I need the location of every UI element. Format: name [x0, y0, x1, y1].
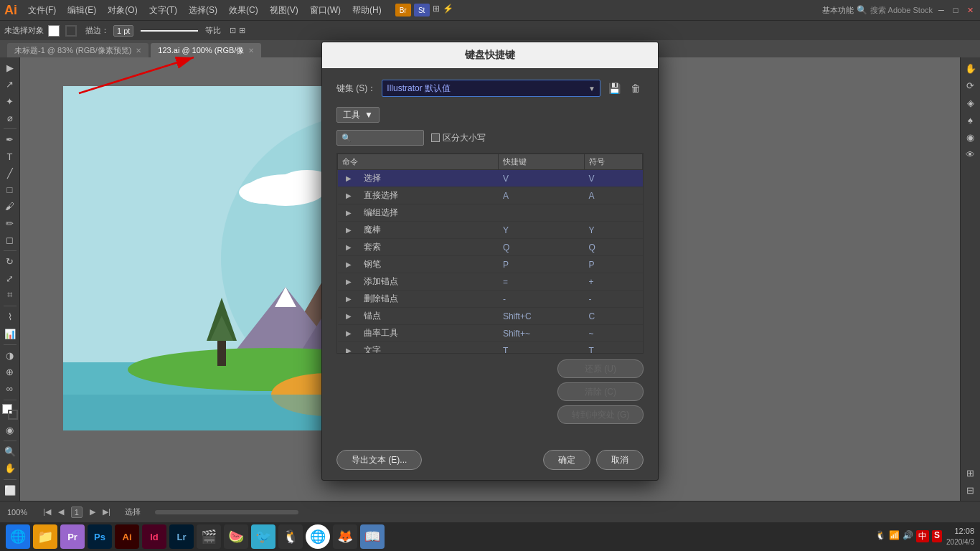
- distribute-icon[interactable]: ⊞: [239, 26, 245, 35]
- page-number[interactable]: 1: [71, 507, 83, 518]
- taskbar-premiere[interactable]: Pr: [60, 524, 85, 549]
- nav-prev-prev[interactable]: |◀: [43, 507, 51, 517]
- row-shortcut[interactable]: =: [499, 273, 585, 291]
- keyset-save-btn[interactable]: 💾: [606, 80, 622, 96]
- nav-next[interactable]: ▶: [90, 507, 95, 517]
- tray-volume[interactable]: 🔊: [903, 530, 913, 542]
- lightning-icon[interactable]: ⚡: [443, 4, 453, 17]
- shear-tool[interactable]: ⌗: [2, 288, 18, 303]
- cancel-btn[interactable]: 取消: [596, 450, 644, 470]
- table-row[interactable]: ▶ 套索 Q Q: [338, 239, 643, 256]
- hand-tool[interactable]: ✋: [2, 461, 18, 476]
- selection-tool[interactable]: ▶: [2, 60, 18, 75]
- menu-file[interactable]: 文件(F): [23, 3, 61, 18]
- taskbar-indesign[interactable]: Id: [142, 524, 166, 549]
- menu-help[interactable]: 帮助(H): [347, 3, 387, 18]
- menu-edit[interactable]: 编辑(E): [62, 3, 101, 18]
- row-shortcut[interactable]: Shift+C: [499, 308, 585, 325]
- mesh-tool[interactable]: ⊕: [2, 364, 18, 380]
- fill-swatch[interactable]: [48, 25, 60, 37]
- zoom-level[interactable]: 100%: [7, 508, 36, 517]
- right-panel-collapse[interactable]: ⊟: [963, 482, 979, 498]
- right-panel-expand[interactable]: ⊞: [963, 465, 979, 481]
- fill-stroke-swatch[interactable]: [2, 404, 18, 419]
- ok-btn[interactable]: 确定: [543, 450, 590, 470]
- gradient-tool[interactable]: ◑: [2, 348, 18, 363]
- direct-select-tool[interactable]: ↗: [2, 77, 18, 92]
- table-row[interactable]: ▶ 文字 T T: [338, 342, 643, 354]
- bridge-icon[interactable]: Br: [395, 4, 411, 17]
- color-mode-btn[interactable]: ◉: [2, 423, 18, 438]
- eraser-tool[interactable]: ◻: [2, 232, 18, 248]
- stroke-swatch[interactable]: [65, 25, 77, 37]
- menu-select[interactable]: 选择(S): [184, 3, 222, 18]
- blend-tool[interactable]: ∞: [2, 381, 18, 396]
- magic-wand-tool[interactable]: ✦: [2, 94, 18, 109]
- goto-conflict-btn[interactable]: 转到冲突处 (G): [557, 405, 644, 424]
- tray-sogou[interactable]: S: [932, 530, 942, 542]
- table-row[interactable]: ▶ 曲率工具 Shift+~ ~: [338, 325, 643, 342]
- menu-window[interactable]: 窗口(W): [305, 3, 346, 18]
- table-row[interactable]: ▶ 删除锚点 - -: [338, 291, 643, 308]
- zoom-tool[interactable]: 🔍: [2, 444, 18, 459]
- maximize-btn[interactable]: □: [950, 4, 961, 16]
- close-btn[interactable]: ✕: [964, 4, 976, 16]
- tab-123-close[interactable]: ✕: [248, 47, 254, 55]
- case-sensitive-checkbox[interactable]: [431, 133, 440, 142]
- scroll-h-track[interactable]: [155, 510, 298, 514]
- table-row[interactable]: ▶ 编组选择: [338, 204, 643, 222]
- table-row[interactable]: ▶ 添加锚点 = +: [338, 273, 643, 291]
- row-shortcut[interactable]: P: [499, 256, 585, 273]
- row-shortcut[interactable]: V: [499, 170, 585, 187]
- pen-tool[interactable]: ✒: [2, 132, 18, 147]
- row-shortcut[interactable]: Y: [499, 222, 585, 239]
- row-shortcut[interactable]: -: [499, 291, 585, 308]
- scale-tool[interactable]: ⤢: [2, 271, 18, 286]
- stroke-width-input[interactable]: 1 pt: [113, 25, 133, 37]
- row-shortcut[interactable]: Q: [499, 239, 585, 256]
- tab-untitled-close[interactable]: ✕: [136, 47, 141, 55]
- right-panel-btn-4[interactable]: ♠: [963, 112, 979, 128]
- taskbar-browser[interactable]: 🌐: [6, 524, 30, 549]
- category-dropdown[interactable]: 工具 ▼: [336, 107, 380, 123]
- case-sensitive-label[interactable]: 区分大小写: [431, 132, 486, 144]
- right-panel-btn-2[interactable]: ⟳: [963, 77, 979, 93]
- taskbar-clock[interactable]: 12:08 2020/4/3: [946, 526, 974, 547]
- table-row[interactable]: ▶ 魔棒 Y Y: [338, 222, 643, 239]
- search-stock-input[interactable]: 搜索 Adobe Stock: [870, 5, 933, 16]
- menu-text[interactable]: 文字(T): [144, 3, 182, 18]
- taskbar-book[interactable]: 📖: [360, 524, 385, 549]
- artboard-tool[interactable]: ⬜: [2, 483, 18, 498]
- menu-effect[interactable]: 效果(C): [224, 3, 263, 18]
- table-row[interactable]: ▶ 选择 V V: [338, 170, 643, 187]
- nav-next-next[interactable]: ▶|: [103, 507, 110, 517]
- taskbar-lightroom[interactable]: Lr: [169, 524, 194, 549]
- row-shortcut[interactable]: A: [499, 187, 585, 204]
- line-tool[interactable]: ╱: [2, 166, 18, 181]
- tray-qq[interactable]: 🐧: [875, 530, 886, 542]
- taskbar-chrome[interactable]: 🌐: [306, 524, 330, 549]
- taskbar-media[interactable]: 🎬: [197, 524, 221, 549]
- table-row[interactable]: ▶ 直接选择 A A: [338, 187, 643, 204]
- taskbar-bird[interactable]: 🐦: [251, 524, 275, 549]
- clear-btn[interactable]: 清除 (C): [557, 382, 644, 401]
- warp-tool[interactable]: ⌇: [2, 309, 18, 324]
- search-input[interactable]: [354, 133, 419, 143]
- taskbar-photoshop[interactable]: Ps: [88, 524, 112, 549]
- right-panel-btn-5[interactable]: ◉: [963, 129, 979, 145]
- barchart-tool[interactable]: 📊: [2, 326, 18, 341]
- restore-btn[interactable]: 还原 (U): [557, 359, 644, 378]
- shortcuts-table-wrapper[interactable]: 命令 快捷键 符号 ▶ 选择 V V ▶ 直接选择 A A ▶ 编组选择 ▶ 魔…: [336, 153, 644, 354]
- export-text-btn[interactable]: 导出文本 (E)...: [336, 450, 422, 470]
- right-panel-btn-6[interactable]: 👁: [963, 146, 979, 162]
- stock-icon[interactable]: St: [414, 4, 430, 17]
- workspace-label[interactable]: 基本功能: [822, 5, 854, 16]
- layout-icon[interactable]: ⊞: [433, 4, 440, 17]
- row-shortcut[interactable]: T: [499, 342, 585, 354]
- tab-untitled[interactable]: 未标题-1 @ 83% (RGB/像素预览) ✕: [7, 43, 149, 57]
- row-shortcut[interactable]: [499, 204, 585, 222]
- right-panel-btn-3[interactable]: ◈: [963, 95, 979, 110]
- keyset-delete-btn[interactable]: 🗑: [628, 80, 644, 96]
- nav-prev[interactable]: ◀: [58, 507, 64, 517]
- paintbrush-tool[interactable]: 🖌: [2, 199, 18, 214]
